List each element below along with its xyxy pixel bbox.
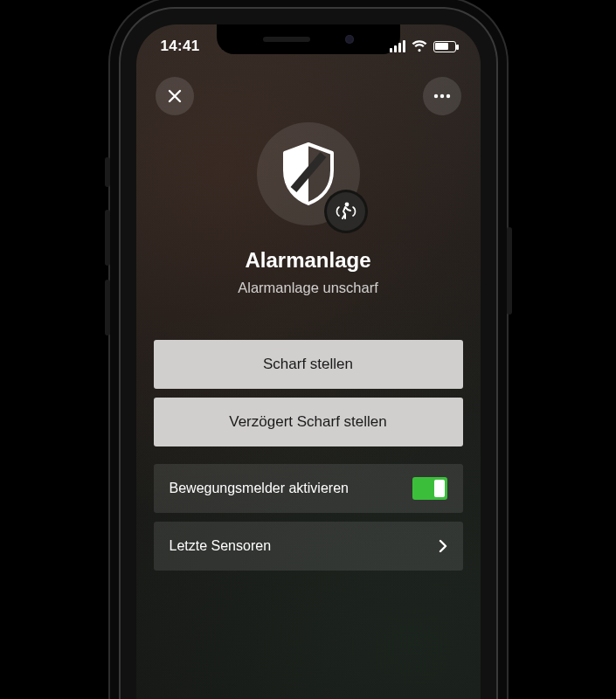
- settings-rows: Bewegungsmelder aktivieren Letzte Sensor…: [136, 464, 481, 571]
- arm-delayed-button[interactable]: Verzögert Scharf stellen: [154, 398, 463, 446]
- status-bar: 14:41: [136, 24, 481, 68]
- arm-button[interactable]: Scharf stellen: [154, 340, 463, 389]
- motion-detector-row[interactable]: Bewegungsmelder aktivieren: [154, 464, 463, 513]
- svg-point-3: [344, 203, 349, 207]
- more-button[interactable]: [423, 77, 461, 115]
- status-time: 14:41: [161, 38, 200, 55]
- mute-switch: [105, 157, 110, 187]
- motion-badge: [327, 192, 365, 231]
- motion-icon: [335, 200, 357, 223]
- close-icon: [167, 88, 183, 104]
- page-title: Alarmanlage: [136, 248, 481, 273]
- hero: Alarmanlage Alarmanlage unscharf: [136, 122, 481, 296]
- svg-point-1: [440, 94, 443, 98]
- status-indicators: [390, 40, 456, 52]
- volume-up-button: [105, 210, 110, 266]
- last-sensors-label: Letzte Sensoren: [170, 538, 272, 554]
- motion-detector-label: Bewegungsmelder aktivieren: [170, 481, 349, 496]
- nav-bar: [136, 68, 481, 115]
- volume-down-button: [105, 280, 110, 336]
- actions: Scharf stellen Verzögert Scharf stellen: [136, 340, 481, 446]
- shield-icon: [281, 142, 336, 205]
- phone-frame: 14:41: [121, 9, 496, 699]
- cellular-signal-icon: [390, 40, 405, 52]
- power-button: [507, 227, 512, 315]
- svg-point-0: [433, 94, 437, 98]
- close-button[interactable]: [156, 77, 194, 115]
- svg-point-2: [446, 94, 449, 98]
- motion-detector-toggle[interactable]: [412, 477, 447, 500]
- page-subtitle: Alarmanlage unscharf: [136, 280, 481, 296]
- toggle-knob: [434, 480, 445, 497]
- more-icon: [433, 93, 451, 99]
- last-sensors-row[interactable]: Letzte Sensoren: [154, 522, 463, 571]
- screen: 14:41: [136, 24, 481, 699]
- battery-icon: [433, 41, 456, 52]
- wifi-icon: [412, 40, 427, 52]
- hero-icon-circle: [257, 122, 360, 225]
- chevron-right-icon: [439, 539, 447, 553]
